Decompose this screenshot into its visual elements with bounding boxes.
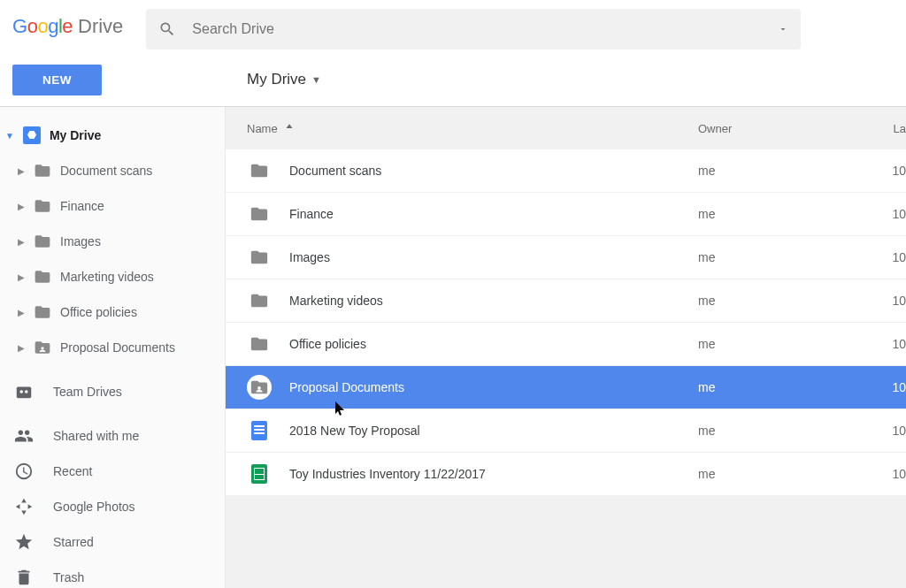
app-header: Google Drive	[0, 0, 906, 53]
file-row[interactable]: Document scansme10	[226, 149, 906, 193]
file-owner-cell: me	[698, 380, 875, 394]
expand-icon: ▶	[18, 166, 25, 176]
shared-folder-icon	[247, 375, 272, 400]
file-owner-cell: me	[698, 207, 875, 221]
file-name-label: 2018 New Toy Proposal	[289, 424, 420, 438]
sidebar-google-photos[interactable]: Google Photos	[0, 489, 225, 524]
expand-icon: ▶	[18, 308, 25, 317]
folder-icon	[247, 248, 272, 267]
file-name-label: Images	[289, 250, 330, 264]
sidebar-trash[interactable]: Trash	[0, 560, 225, 588]
file-name-cell: Proposal Documents	[247, 375, 698, 400]
column-header-row: Name Owner La	[226, 107, 906, 149]
dropdown-icon[interactable]	[778, 24, 788, 34]
file-row[interactable]: Financeme10	[226, 193, 906, 236]
column-header-last[interactable]: La	[875, 122, 906, 135]
file-name-cell: Marketing videos	[247, 291, 698, 310]
dropdown-icon: ▼	[311, 74, 321, 85]
sidebar-my-drive-label: My Drive	[50, 128, 101, 142]
file-name-label: Finance	[289, 207, 334, 221]
file-name-cell: Toy Industries Inventory 11/22/2017	[247, 464, 698, 484]
file-row[interactable]: Toy Industries Inventory 11/22/2017me10	[226, 453, 906, 496]
sidebar-folder-office-policies[interactable]: ▶ Office policies	[0, 294, 225, 330]
logo[interactable]: Google Drive	[12, 15, 123, 38]
sidebar-item-label: Shared with me	[53, 429, 139, 443]
expand-icon: ▶	[18, 237, 25, 247]
sidebar-folder-finance[interactable]: ▶ Finance	[0, 188, 225, 224]
docs-icon	[247, 421, 272, 440]
file-owner-cell: me	[698, 250, 875, 264]
svg-point-0	[41, 347, 43, 349]
new-button[interactable]: NEW	[12, 65, 102, 95]
file-last-cell: 10	[875, 467, 906, 481]
new-button-area: NEW	[0, 65, 226, 95]
sidebar-folder-document-scans[interactable]: ▶ Document scans	[0, 153, 225, 188]
file-row[interactable]: 2018 New Toy Proposalme10	[226, 409, 906, 453]
photos-icon	[14, 497, 34, 516]
file-name-label: Marketing videos	[289, 294, 383, 308]
folder-icon	[247, 291, 272, 310]
file-owner-cell: me	[698, 164, 875, 178]
column-header-owner[interactable]: Owner	[698, 122, 875, 135]
shared-folder-icon	[34, 339, 51, 356]
drive-icon	[23, 126, 41, 144]
sidebar: ▼ My Drive ▶ Document scans ▶ Finance ▶ …	[0, 107, 226, 588]
sidebar-my-drive[interactable]: ▼ My Drive	[0, 118, 225, 153]
sidebar-item-label: Images	[60, 234, 101, 248]
expand-icon: ▶	[18, 202, 25, 211]
sidebar-item-label: Marketing videos	[60, 270, 154, 284]
file-name-label: Office policies	[289, 337, 366, 351]
sidebar-folder-marketing-videos[interactable]: ▶ Marketing videos	[0, 259, 225, 294]
file-row[interactable]: Office policiesme10	[226, 323, 906, 366]
breadcrumb[interactable]: My Drive ▼	[226, 71, 321, 88]
file-list-area: Name Owner La Document scansme10Financem…	[226, 107, 906, 588]
sort-ascending-icon	[283, 122, 296, 134]
sidebar-item-label: Finance	[60, 199, 104, 213]
search-input[interactable]	[192, 21, 762, 37]
clock-icon	[14, 462, 34, 481]
google-logo-text: Google	[12, 15, 73, 38]
people-icon	[14, 426, 34, 446]
expand-icon: ▶	[18, 272, 25, 282]
folder-icon	[247, 161, 272, 180]
column-header-name[interactable]: Name	[247, 122, 698, 135]
folder-icon	[34, 162, 51, 179]
sidebar-team-drives[interactable]: Team Drives	[0, 374, 225, 409]
sidebar-folder-images[interactable]: ▶ Images	[0, 224, 225, 259]
svg-rect-1	[17, 387, 32, 399]
svg-point-3	[25, 390, 28, 393]
file-last-cell: 10	[875, 207, 906, 221]
search-bar[interactable]	[146, 9, 801, 50]
sidebar-item-label: Starred	[53, 535, 94, 549]
toolbar-row: NEW My Drive ▼	[0, 53, 906, 106]
team-drives-icon	[14, 382, 34, 401]
file-name-label: Toy Industries Inventory 11/22/2017	[289, 467, 486, 481]
sidebar-shared-with-me[interactable]: Shared with me	[0, 418, 225, 454]
file-name-label: Document scans	[289, 164, 381, 178]
file-row[interactable]: Marketing videosme10	[226, 279, 906, 323]
main-area: ▼ My Drive ▶ Document scans ▶ Finance ▶ …	[0, 106, 906, 588]
file-name-cell: Document scans	[247, 161, 698, 180]
folder-icon	[247, 204, 272, 224]
sidebar-item-label: Document scans	[60, 164, 152, 178]
sidebar-recent[interactable]: Recent	[0, 454, 225, 489]
sidebar-item-label: Team Drives	[53, 385, 122, 399]
star-icon	[14, 532, 34, 552]
file-last-cell: 10	[875, 250, 906, 264]
file-last-cell: 10	[875, 164, 906, 178]
sidebar-folder-proposal-documents[interactable]: ▶ Proposal Documents	[0, 330, 225, 365]
sidebar-starred[interactable]: Starred	[0, 524, 225, 560]
sidebar-item-label: Trash	[53, 570, 84, 584]
file-row[interactable]: Imagesme10	[226, 236, 906, 279]
drive-logo-text: Drive	[78, 15, 123, 38]
file-name-cell: Office policies	[247, 334, 698, 354]
svg-point-4	[257, 386, 261, 390]
file-rows: Document scansme10Financeme10Imagesme10M…	[226, 149, 906, 496]
file-name-cell: 2018 New Toy Proposal	[247, 421, 698, 440]
sidebar-item-label: Proposal Documents	[60, 340, 175, 355]
folder-icon	[34, 197, 51, 215]
folder-icon	[34, 233, 51, 250]
sheets-icon	[247, 464, 272, 484]
file-row[interactable]: Proposal Documentsme10	[226, 366, 906, 409]
file-last-cell: 10	[875, 424, 906, 438]
